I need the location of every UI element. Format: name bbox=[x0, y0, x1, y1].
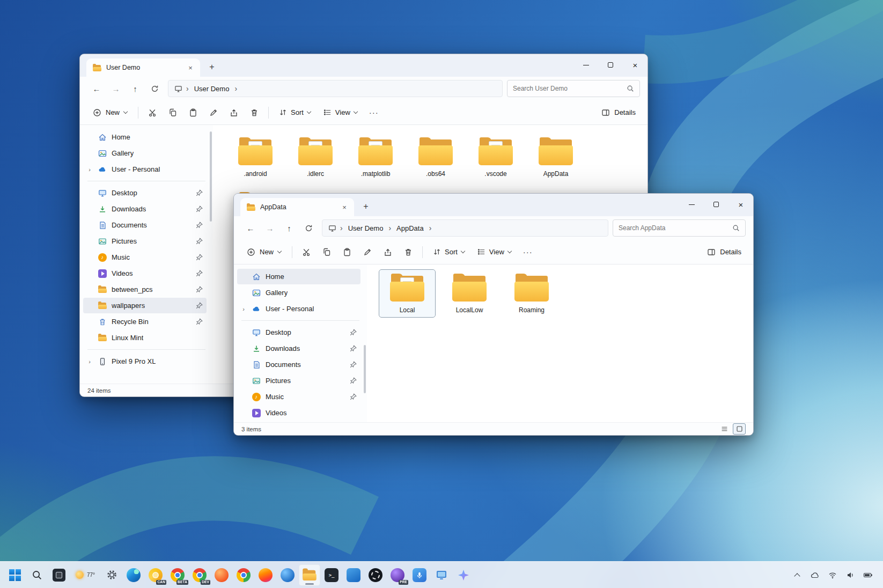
sort-button[interactable]: Sort bbox=[273, 104, 317, 122]
edge-icon[interactable] bbox=[123, 564, 144, 586]
chrome-icon[interactable] bbox=[233, 564, 254, 586]
sidebar-item-wallpapers[interactable]: wallpapers bbox=[83, 298, 207, 313]
file-tile-roaming[interactable]: Roaming bbox=[504, 270, 560, 317]
firefox-icon[interactable] bbox=[255, 564, 276, 586]
widgets-button[interactable]: 77° bbox=[70, 564, 100, 586]
sidebar-item-pictures[interactable]: Pictures bbox=[83, 233, 207, 249]
maximize-button[interactable] bbox=[704, 194, 729, 215]
sidebar-item-videos[interactable]: Videos bbox=[237, 405, 360, 421]
sort-button[interactable]: Sort bbox=[427, 243, 470, 261]
tab-user-demo[interactable]: User Demo × bbox=[86, 58, 200, 77]
close-button[interactable]: × bbox=[729, 194, 753, 215]
details-button[interactable]: Details bbox=[702, 243, 747, 261]
cut-button[interactable] bbox=[143, 104, 162, 122]
back-button[interactable]: ← bbox=[87, 80, 106, 97]
tab-appdata[interactable]: AppData × bbox=[240, 198, 354, 216]
view-button[interactable]: View bbox=[472, 243, 517, 261]
file-tile-appdata[interactable]: AppData bbox=[528, 134, 584, 181]
expand-chevron-icon[interactable]: › bbox=[240, 306, 247, 312]
sidebar-item-home[interactable]: Home bbox=[83, 129, 207, 145]
browser-orange-icon[interactable] bbox=[211, 564, 232, 586]
chrome-canary-icon[interactable]: CAN bbox=[145, 564, 166, 586]
rename-button[interactable] bbox=[204, 104, 223, 122]
share-button[interactable] bbox=[378, 243, 398, 261]
browser-blue-icon[interactable] bbox=[277, 564, 298, 586]
sidebar-item-recycle-bin[interactable]: Recycle Bin bbox=[83, 314, 207, 329]
volume-icon[interactable] bbox=[845, 569, 856, 582]
large-icons-view-toggle[interactable] bbox=[733, 423, 746, 435]
start-button[interactable] bbox=[4, 564, 26, 586]
sidebar-item-documents[interactable]: Documents bbox=[237, 357, 360, 372]
obs-icon[interactable] bbox=[365, 564, 386, 586]
microphone-app-icon[interactable] bbox=[409, 564, 430, 586]
tray-overflow-chevron-icon[interactable] bbox=[792, 569, 803, 582]
sidebar-item-downloads[interactable]: Downloads bbox=[83, 201, 207, 217]
chrome-beta-icon[interactable]: BETA bbox=[167, 564, 188, 586]
share-button[interactable] bbox=[224, 104, 244, 122]
sidebar-item-music[interactable]: ♪ Music bbox=[237, 389, 360, 405]
file-explorer-icon[interactable] bbox=[299, 564, 320, 586]
expand-chevron-icon[interactable]: › bbox=[86, 166, 93, 173]
sidebar-item-user-personal[interactable]: › User - Personal bbox=[83, 161, 207, 177]
file-tile-obs64[interactable]: .obs64 bbox=[408, 134, 463, 181]
delete-button[interactable] bbox=[399, 243, 418, 261]
new-button[interactable]: New bbox=[240, 243, 288, 261]
new-tab-button[interactable]: + bbox=[204, 60, 219, 74]
tab-close-icon[interactable]: × bbox=[339, 201, 350, 213]
expand-chevron-icon[interactable]: › bbox=[86, 358, 93, 365]
settings-button[interactable] bbox=[101, 564, 122, 586]
terminal-icon[interactable]: >_ bbox=[321, 564, 342, 586]
paste-button[interactable] bbox=[183, 104, 203, 122]
copilot-icon[interactable] bbox=[453, 564, 474, 586]
search-box[interactable] bbox=[613, 219, 746, 237]
details-view-toggle[interactable] bbox=[718, 423, 731, 435]
breadcrumb-user-demo[interactable]: User Demo bbox=[346, 223, 386, 233]
more-options-button[interactable]: ··· bbox=[518, 243, 538, 261]
minimize-button[interactable] bbox=[679, 194, 704, 215]
copy-button[interactable] bbox=[163, 104, 182, 122]
maximize-button[interactable] bbox=[598, 54, 623, 76]
more-options-button[interactable]: ··· bbox=[364, 104, 384, 122]
sidebar-item-downloads[interactable]: Downloads bbox=[237, 341, 360, 356]
sidebar-scrollbar[interactable] bbox=[364, 345, 366, 393]
address-bar[interactable]: › User Demo › bbox=[168, 80, 503, 97]
forward-button[interactable]: → bbox=[107, 80, 125, 97]
file-tile-locallow[interactable]: LocalLow bbox=[442, 270, 497, 317]
tab-close-icon[interactable]: × bbox=[185, 62, 196, 74]
breadcrumb-user-demo[interactable]: User Demo bbox=[192, 84, 232, 94]
search-button[interactable] bbox=[26, 564, 48, 586]
sidebar-item-between-pcs[interactable]: between_pcs bbox=[83, 282, 207, 297]
file-tile-idlerc[interactable]: .idlerc bbox=[288, 134, 343, 181]
sidebar-item-documents[interactable]: Documents bbox=[83, 217, 207, 233]
address-bar[interactable]: › User Demo › AppData › bbox=[322, 219, 608, 237]
back-button[interactable]: ← bbox=[241, 219, 260, 237]
delete-button[interactable] bbox=[245, 104, 264, 122]
close-button[interactable]: × bbox=[623, 54, 647, 76]
sidebar-item-user-personal[interactable]: › User - Personal bbox=[237, 301, 360, 317]
refresh-button[interactable] bbox=[299, 219, 318, 237]
forward-button[interactable]: → bbox=[261, 219, 279, 237]
up-button[interactable]: ↑ bbox=[126, 80, 144, 97]
new-tab-button[interactable]: + bbox=[358, 200, 373, 214]
file-tile-vscode[interactable]: .vscode bbox=[468, 134, 524, 181]
details-button[interactable]: Details bbox=[596, 104, 641, 122]
file-tile-local[interactable]: Local bbox=[379, 270, 435, 317]
sidebar-item-music[interactable]: ♪ Music bbox=[83, 249, 207, 265]
file-tile-android[interactable]: .android bbox=[227, 134, 283, 181]
sidebar-item-home[interactable]: Home bbox=[237, 269, 360, 284]
copy-button[interactable] bbox=[317, 243, 336, 261]
search-input[interactable] bbox=[513, 85, 622, 92]
sidebar-item-videos[interactable]: Videos bbox=[83, 266, 207, 281]
up-button[interactable]: ↑ bbox=[280, 219, 298, 237]
sidebar-item-desktop[interactable]: Desktop bbox=[83, 185, 207, 201]
battery-icon[interactable] bbox=[863, 569, 873, 582]
sidebar-item-gallery[interactable]: Gallery bbox=[237, 285, 360, 300]
paste-button[interactable] bbox=[337, 243, 357, 261]
network-icon[interactable] bbox=[827, 569, 838, 582]
onedrive-icon[interactable] bbox=[810, 569, 820, 582]
minimize-button[interactable] bbox=[573, 54, 598, 76]
rename-button[interactable] bbox=[358, 243, 377, 261]
chrome-dev-icon[interactable]: DEV bbox=[189, 564, 210, 586]
search-box[interactable] bbox=[507, 80, 640, 97]
new-button[interactable]: New bbox=[86, 104, 134, 122]
